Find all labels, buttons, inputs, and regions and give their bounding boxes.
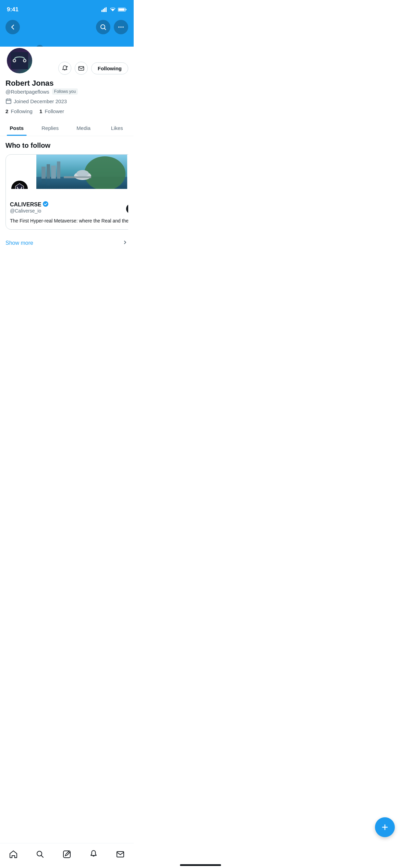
following-stat[interactable]: 2 Following	[5, 108, 33, 114]
profile-handle: @Robertpageflows	[5, 89, 49, 95]
calendar-icon	[5, 98, 12, 104]
svg-point-14	[14, 60, 15, 62]
search-button[interactable]	[96, 20, 110, 34]
caliverse-cover	[6, 155, 128, 189]
show-more-text: Show more	[5, 240, 33, 246]
envelope-icon	[78, 65, 84, 71]
caliverse-name: CALIVERSE	[10, 201, 48, 208]
caliverse-name-area: CALIVERSE @Caliverse_io	[10, 201, 48, 216]
search-icon	[100, 24, 107, 31]
profile-section: Following Robert Jonas @Robertpageflows …	[0, 47, 134, 120]
svg-rect-21	[41, 167, 46, 179]
avatar-image	[11, 52, 28, 69]
svg-rect-16	[79, 67, 84, 70]
svg-rect-5	[126, 9, 127, 10]
svg-rect-28	[41, 179, 46, 184]
svg-rect-0	[101, 10, 102, 12]
status-time: 9:41	[7, 6, 19, 13]
follow-card-caliverse: CALIVERSE @Caliverse_io Follow The	[5, 154, 128, 230]
followers-stat[interactable]: 1 Follower	[39, 108, 64, 114]
caliverse-follow-button[interactable]: Follow	[126, 204, 128, 214]
following-label: Following	[11, 108, 33, 114]
profile-joined: Joined December 2023	[5, 98, 128, 104]
tab-posts[interactable]: Posts	[0, 120, 34, 136]
profile-handle-row: @Robertpageflows Follows you	[5, 88, 128, 95]
svg-point-26	[76, 170, 89, 177]
followers-label: Follower	[45, 108, 64, 114]
caliverse-name-row: CALIVERSE @Caliverse_io Follow	[10, 201, 128, 216]
tab-likes[interactable]: Likes	[100, 120, 134, 136]
caliverse-desc: The First Hyper-real Metaverse: where th…	[10, 218, 128, 225]
svg-rect-24	[57, 161, 60, 179]
show-more-row[interactable]: Show more	[0, 234, 134, 253]
profile-stats: 2 Following 1 Follower	[5, 108, 128, 114]
following-count: 2	[5, 108, 8, 114]
svg-rect-22	[47, 164, 50, 179]
back-button[interactable]	[5, 20, 20, 34]
show-more-chevron-icon	[122, 239, 128, 247]
joined-text: Joined December 2023	[14, 98, 67, 104]
signal-icon	[101, 7, 108, 12]
svg-point-15	[24, 60, 26, 62]
caliverse-handle: @Caliverse_io	[10, 208, 48, 214]
svg-point-32	[43, 201, 48, 207]
svg-rect-1	[103, 9, 104, 12]
following-button[interactable]: Following	[91, 62, 128, 74]
svg-rect-2	[104, 8, 105, 12]
svg-rect-17	[6, 99, 11, 104]
battery-icon	[118, 7, 127, 12]
caliverse-verified-icon	[43, 201, 48, 208]
profile-name: Robert Jonas	[5, 79, 128, 88]
message-button[interactable]	[75, 62, 88, 75]
followers-count: 1	[39, 108, 42, 114]
wifi-icon	[110, 7, 116, 12]
caliverse-card-body: CALIVERSE @Caliverse_io Follow The	[6, 189, 128, 229]
who-to-follow-section: Who to follow	[0, 136, 134, 234]
profile-actions: Following	[58, 62, 128, 75]
tab-media[interactable]: Media	[67, 120, 100, 136]
profile-tabs: Posts Replies Media Likes	[0, 120, 134, 136]
notification-plus-icon	[62, 65, 68, 71]
svg-rect-6	[119, 9, 125, 11]
header	[0, 17, 134, 40]
svg-rect-23	[51, 166, 56, 179]
more-button[interactable]	[114, 20, 128, 34]
status-icons	[101, 7, 127, 12]
svg-point-8	[118, 26, 120, 28]
follows-you-badge: Follows you	[52, 88, 78, 95]
avatar-inner	[7, 48, 32, 73]
add-notification-button[interactable]	[58, 62, 71, 75]
back-icon	[9, 24, 16, 31]
svg-point-9	[120, 26, 122, 28]
svg-rect-3	[106, 7, 107, 12]
svg-point-10	[122, 26, 124, 28]
bottom-spacer	[0, 253, 134, 294]
header-actions	[96, 20, 128, 34]
avatar	[5, 47, 34, 75]
avatar-area: Following	[5, 47, 128, 75]
svg-rect-29	[47, 179, 50, 185]
more-icon	[118, 24, 124, 31]
tab-replies[interactable]: Replies	[34, 120, 67, 136]
status-bar: 9:41	[0, 0, 134, 17]
follow-cards-row: CALIVERSE @Caliverse_io Follow The	[5, 154, 128, 232]
svg-rect-27	[64, 176, 91, 178]
who-to-follow-title: Who to follow	[5, 142, 128, 149]
